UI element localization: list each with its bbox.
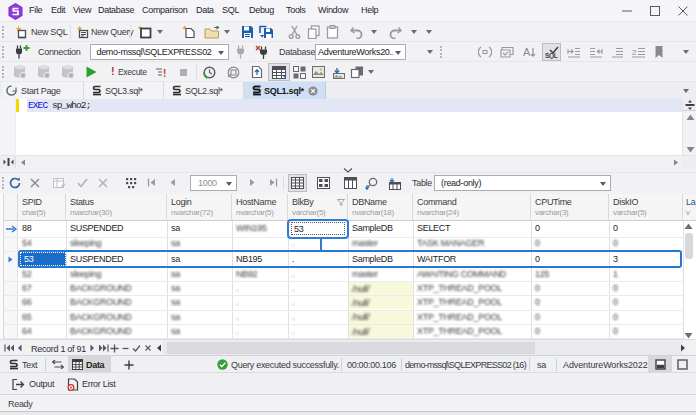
svg-text:2: 2 bbox=[632, 48, 637, 57]
svg-text:!: ! bbox=[163, 68, 166, 78]
svg-text:A: A bbox=[523, 46, 531, 58]
svg-text:SQL: SQL bbox=[545, 52, 558, 59]
